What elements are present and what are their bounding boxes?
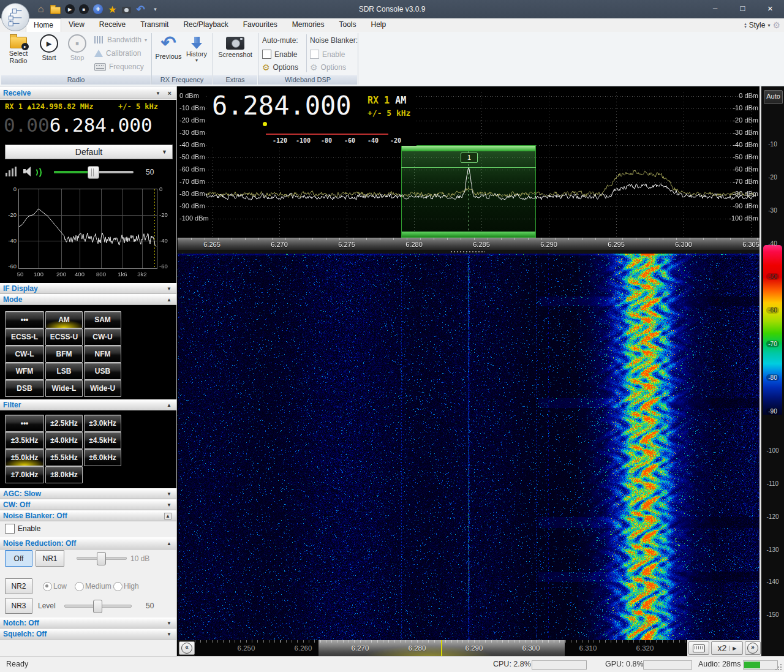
speaker-icon[interactable]	[23, 165, 39, 177]
filter-button-8-0khz[interactable]: ±8.0kHz	[45, 466, 83, 483]
auto-mute-options-button[interactable]: ⚙ Options	[262, 63, 298, 72]
tab-tools[interactable]: Tools	[332, 18, 364, 32]
history-button[interactable]: History ▾	[183, 34, 211, 63]
frequency-readout[interactable]: 0.006.284.000	[4, 114, 153, 136]
collapse-icon[interactable]: ▼	[156, 91, 160, 96]
screenshot-button[interactable]: Screenshot	[216, 34, 255, 58]
mode-button-cw-u[interactable]: CW-U	[84, 328, 121, 345]
nr-off-button[interactable]: Off	[5, 550, 32, 567]
section-filter[interactable]: Filter▲	[0, 399, 176, 410]
tab-favourites[interactable]: Favourites	[236, 18, 285, 32]
select-radio-button[interactable]: ▶ SelectRadio	[4, 34, 33, 64]
section-noise-blanker[interactable]: Noise Blanker: Off▲	[0, 510, 176, 521]
waterfall-display[interactable]	[178, 254, 761, 640]
tab-help[interactable]: Help	[364, 18, 394, 32]
colorbar-gradient[interactable]	[763, 245, 782, 415]
filter-button-7-0khz[interactable]: ±7.0kHz	[5, 466, 44, 483]
equalizer-icon[interactable]	[6, 167, 18, 176]
mode-button-lsb[interactable]: LSB	[45, 363, 83, 380]
chevron-up-icon[interactable]: ▲	[164, 513, 172, 519]
chevron-down-icon[interactable]: ▼	[167, 632, 172, 637]
receive-panel-header[interactable]: Receive ▼ ×	[0, 87, 176, 99]
chevron-down-icon[interactable]: ▼	[167, 502, 172, 508]
section-squelch[interactable]: Squelch: Off▼	[0, 629, 176, 640]
filter-button-[interactable]: •••	[5, 415, 44, 432]
nr2-medium-radio[interactable]	[75, 582, 84, 591]
mode-button-wide-u[interactable]: Wide-U	[84, 380, 121, 397]
nr2-button[interactable]: NR2	[5, 578, 32, 594]
section-cw[interactable]: CW: Off▼	[0, 499, 176, 510]
colorbar-auto-button[interactable]: Auto	[764, 90, 783, 104]
nr1-level-thumb[interactable]	[97, 552, 106, 565]
close-panel-icon[interactable]: ×	[168, 89, 172, 97]
chevron-down-icon[interactable]: ▼	[167, 621, 172, 626]
auto-mute-enable-checkbox[interactable]: Enable	[262, 50, 297, 59]
mode-button-nfm[interactable]: NFM	[84, 345, 121, 363]
noise-blanker-enable-checkbox[interactable]: Enable	[310, 50, 345, 59]
calibration-button[interactable]: Calibration	[94, 49, 141, 58]
settings-gear-icon[interactable]: ⚙	[772, 20, 780, 30]
start-icon[interactable]: ▶	[65, 4, 75, 14]
noise-blanker-options-button[interactable]: ⚙ Options	[310, 63, 346, 72]
screenshot-icon[interactable]	[122, 7, 131, 13]
stop-icon[interactable]: ■	[79, 4, 89, 14]
filter-button-5-0khz[interactable]: ±5.0kHz	[5, 449, 44, 466]
nav-zoom-button[interactable]: x2 ▶	[711, 641, 743, 655]
nav-scroll-right-button[interactable]: »	[745, 641, 761, 655]
nr3-level-thumb[interactable]	[93, 600, 102, 613]
mode-button-sam[interactable]: SAM	[84, 311, 121, 328]
chevron-up-icon[interactable]: ▲	[167, 541, 172, 546]
open-icon[interactable]	[50, 7, 61, 14]
mode-button-usb[interactable]: USB	[84, 363, 121, 380]
tab-home[interactable]: Home	[26, 18, 61, 32]
mode-button-ecss-l[interactable]: ECSS-L	[5, 328, 44, 345]
section-if-display[interactable]: IF Display▼	[0, 283, 176, 294]
filter-button-2-5khz[interactable]: ±2.5kHz	[45, 415, 83, 432]
tab-receive[interactable]: Receive	[92, 18, 133, 32]
favourite-icon[interactable]: ★	[107, 4, 118, 15]
filter-button-3-5khz[interactable]: ±3.5kHz	[5, 432, 44, 449]
volume-slider-thumb[interactable]	[88, 166, 99, 179]
more-icon[interactable]: ▾	[150, 4, 160, 15]
section-notch[interactable]: Notch: Off▼	[0, 617, 176, 629]
tab-view[interactable]: View	[61, 18, 92, 32]
filter-button-4-0khz[interactable]: ±4.0kHz	[45, 432, 83, 449]
mode-button-cw-l[interactable]: CW-L	[5, 345, 44, 363]
style-caret-icon[interactable]: ▾	[767, 23, 770, 28]
mode-button-am[interactable]: AM	[45, 311, 83, 328]
bandwidth-button[interactable]: Bandwidth▾	[94, 36, 147, 44]
mode-button-wfm[interactable]: WFM	[5, 363, 44, 380]
start-button[interactable]: ▶ Start	[36, 34, 62, 61]
undo-icon[interactable]: ↶	[135, 4, 146, 15]
filter-button-5-5khz[interactable]: ±5.5kHz	[45, 449, 83, 466]
mode-button-bfm[interactable]: BFM	[45, 345, 83, 363]
nr3-button[interactable]: NR3	[5, 598, 32, 614]
chevron-down-icon[interactable]: ▼	[167, 491, 172, 497]
app-menu-button[interactable]	[1, 3, 29, 31]
mode-button-dsb[interactable]: DSB	[5, 380, 44, 397]
stop-button[interactable]: ■ Stop	[64, 34, 91, 61]
mode-button-wide-l[interactable]: Wide-L	[45, 380, 83, 397]
rx-region-badge[interactable]: 1	[461, 153, 478, 163]
minimize-button[interactable]: –	[701, 0, 729, 18]
noise-blanker-enable-checkbox[interactable]: Enable	[5, 524, 40, 534]
nr2-high-radio[interactable]	[113, 582, 123, 591]
section-noise-reduction[interactable]: Noise Reduction: Off▲	[0, 537, 176, 549]
preset-dropdown[interactable]: Default ▼	[5, 145, 173, 159]
add-icon[interactable]: +	[93, 4, 103, 14]
tab-rec-playback[interactable]: Rec/Playback	[176, 18, 235, 32]
nr2-low-radio[interactable]	[43, 582, 52, 591]
style-menu[interactable]: Style	[749, 21, 766, 29]
mode-button-[interactable]: •••	[5, 311, 44, 328]
mode-button-ecss-u[interactable]: ECSS-U	[45, 328, 83, 345]
nav-frequency-scale[interactable]: 6.2506.2606.2706.2806.2906.3006.3106.320	[195, 640, 687, 656]
tab-memories[interactable]: Memories	[285, 18, 332, 32]
filter-button-6-0khz[interactable]: ±6.0kHz	[84, 449, 121, 466]
filter-button-4-5khz[interactable]: ±4.5kHz	[84, 432, 121, 449]
tab-transmit[interactable]: Transmit	[133, 18, 176, 32]
resize-grip[interactable]	[780, 664, 782, 665]
previous-frequency-button[interactable]: ↶ Previous	[154, 34, 183, 60]
nav-scroll-left-button[interactable]: «	[179, 641, 195, 655]
nr1-button[interactable]: NR1	[36, 550, 64, 567]
chevron-up-icon[interactable]: ▲	[167, 402, 172, 408]
